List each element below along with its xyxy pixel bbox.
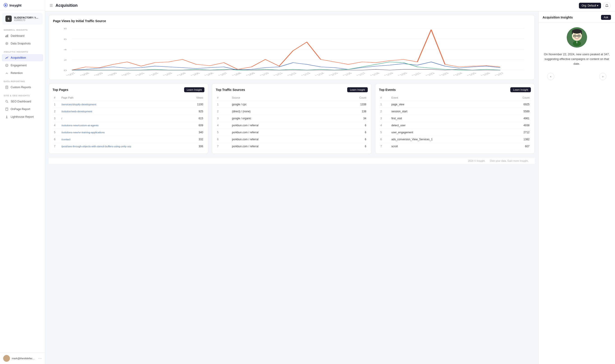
sidebar-item-onpage-report[interactable]: OnPage Report: [2, 105, 43, 113]
row-num: 6: [52, 136, 60, 143]
row-num: 1: [216, 101, 231, 108]
sidebar-item-label: Dashboard: [11, 34, 24, 38]
row-count: 6: [334, 122, 368, 129]
svg-point-16: [5, 356, 8, 359]
row-count: 1382: [506, 136, 531, 143]
svg-rect-2: [5, 36, 6, 37]
row-count: 6: [334, 143, 368, 150]
sidebar-item-dashboard[interactable]: Dashboard: [2, 32, 43, 39]
row-count: 1338: [334, 101, 368, 108]
insights-navigation: ‹ ›: [543, 71, 611, 82]
svg-text:11/06: 11/06: [204, 72, 215, 76]
col-hash: #: [216, 95, 231, 101]
row-num: 7: [52, 143, 60, 150]
row-event: scroll: [390, 143, 506, 150]
svg-text:11/15: 11/15: [328, 72, 339, 76]
learn-insight-traffic-button[interactable]: Learn Insight: [347, 87, 368, 92]
svg-point-69: [578, 35, 579, 36]
ai-avatar: [567, 27, 587, 48]
org-id: 418869170: [14, 19, 39, 21]
svg-text:11/18: 11/18: [369, 72, 380, 76]
sidebar-item-label: Lighthouse Report: [11, 115, 34, 118]
sidebar-item-custom-reports[interactable]: Custom Reports: [2, 84, 43, 91]
svg-point-62: [572, 29, 582, 34]
learn-insight-pages-button[interactable]: Learn Insight: [184, 87, 205, 92]
insights-next-button[interactable]: ›: [599, 73, 606, 80]
org-selector-button[interactable]: Org: Default ▾: [579, 3, 601, 9]
row-num: 4: [52, 122, 60, 129]
table-row: 3 first_visit 4961: [379, 115, 531, 122]
svg-text:8: 8: [64, 27, 67, 30]
sidebar-item-data-snapshots[interactable]: Data Snapshots: [2, 40, 43, 47]
row-event: detect_user: [390, 122, 506, 129]
menu-icon[interactable]: ☰: [50, 3, 53, 8]
table-row: 7 porkbun.com / referral 6: [216, 143, 367, 150]
row-num: 3: [216, 115, 231, 122]
svg-text:11/10: 11/10: [259, 72, 270, 76]
svg-text:11/13: 11/13: [300, 72, 311, 76]
notification-button[interactable]: [603, 2, 611, 9]
section-label-seo: SITE & SEO INSIGHTS: [0, 91, 45, 98]
svg-point-11: [6, 100, 7, 102]
learn-insight-events-button[interactable]: Learn Insight: [510, 87, 531, 92]
row-views: 1100: [188, 101, 205, 108]
table-row: 1 google / cpc 1338: [216, 101, 367, 108]
table-row: 6 porkbun.com / referral 6: [216, 136, 367, 143]
retention-icon: [5, 71, 9, 75]
sidebar-item-label: SEO Dashboard: [11, 100, 31, 103]
row-path: /contact: [60, 136, 188, 143]
svg-text:11/26: 11/26: [480, 72, 491, 76]
row-source: (direct) / (none): [231, 108, 334, 115]
svg-text:11/09: 11/09: [245, 72, 256, 76]
sidebar-item-label: Data Snapshots: [11, 42, 31, 45]
sidebar-item-engagement[interactable]: Engagement: [2, 62, 43, 69]
table-row: 1 /services/shopify-development 1100: [52, 101, 204, 108]
sidebar-footer: mark@theslidefac... ⋯: [0, 352, 45, 364]
row-path: /solutions-new/custom-ai-agents: [60, 122, 188, 129]
svg-text:10/27: 10/27: [65, 72, 76, 76]
insights-prev-button[interactable]: ‹: [547, 73, 554, 80]
sidebar-item-lighthouse-report[interactable]: Lighthouse Report: [2, 113, 43, 120]
insights-header: Acquisition Insights Ask: [538, 11, 615, 23]
table-row: 5 /solutions-new/vr-training-application…: [52, 129, 204, 136]
col-hash: #: [52, 95, 60, 101]
row-num: 2: [379, 108, 390, 115]
svg-text:11/23: 11/23: [438, 72, 449, 76]
user-menu-dots[interactable]: ⋯: [38, 356, 42, 361]
table-row: 6 /contact 332: [52, 136, 204, 143]
footer-copyright: 2024 © Insyght.: [468, 159, 490, 162]
row-views: 332: [188, 136, 205, 143]
top-pages-title: Top Pages: [52, 88, 68, 91]
svg-text:4: 4: [64, 48, 67, 51]
chart-title: Page Views by Initial Traffic Source: [53, 19, 530, 23]
top-traffic-card: Top Traffic Sources Learn Insight # Sour…: [212, 83, 371, 154]
sidebar-item-seo-dashboard[interactable]: SEO Dashboard: [2, 98, 43, 105]
ask-button[interactable]: Ask: [601, 15, 611, 20]
header: ☰ Acquisition Org: Default ▾: [45, 0, 615, 11]
svg-text:2: 2: [64, 59, 67, 61]
seo-icon: [5, 100, 9, 103]
table-row: 6 ads_conversion_View_Services_1 1382: [379, 136, 531, 143]
row-count: 607: [506, 143, 531, 150]
svg-rect-64: [581, 31, 582, 34]
top-pages-card: Top Pages Learn Insight # Page Path View…: [49, 83, 208, 154]
footer-tagline: Own your data. Gain more Insyght.: [490, 159, 533, 162]
logo-icon: [4, 3, 8, 7]
svg-text:10/30: 10/30: [107, 72, 118, 76]
svg-text:0: 0: [64, 69, 67, 71]
sidebar-item-acquisition[interactable]: Acquisition: [2, 54, 43, 61]
table-row: 2 /solution/web-development 925: [52, 108, 204, 115]
svg-text:11/27: 11/27: [494, 72, 505, 76]
col-hash: #: [379, 95, 390, 101]
section-label-reporting: DATA REPORTING: [0, 77, 45, 83]
svg-point-17: [4, 359, 9, 362]
content-area: Page Views by Initial Traffic Source 8 6…: [45, 11, 615, 364]
col-count: Count: [506, 95, 531, 101]
row-num: 2: [216, 108, 231, 115]
page-title: Acquisition: [55, 3, 78, 8]
row-event: page_view: [390, 101, 506, 108]
row-views: 615: [188, 115, 205, 122]
sidebar-item-retention[interactable]: Retention: [2, 69, 43, 77]
svg-text:11/21: 11/21: [411, 72, 422, 76]
svg-text:11/03: 11/03: [162, 72, 173, 76]
